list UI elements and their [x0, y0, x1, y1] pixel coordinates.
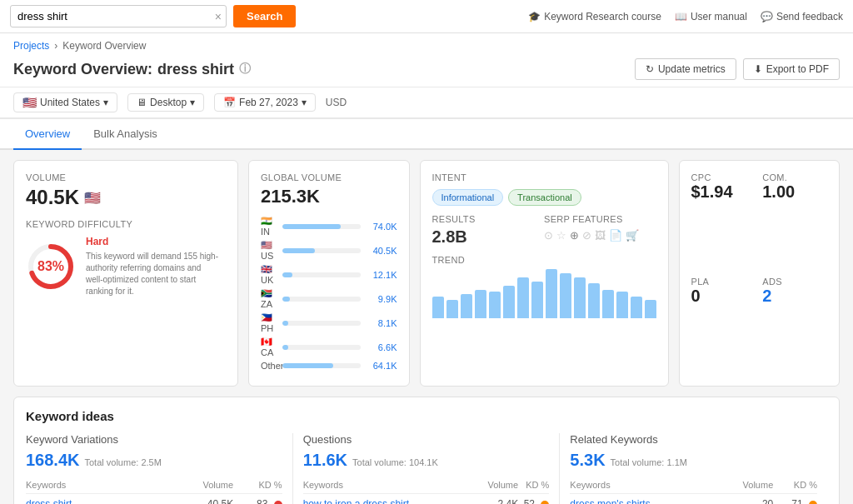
questions-table: Keywords Volume KD % how to iron a dress… [303, 477, 550, 504]
country-value: 12.1K [366, 270, 397, 280]
country-flag: 🇺🇸 [22, 96, 37, 109]
serp-section: SERP Features ⊙ ☆ ⊕ ⊘ 🖼 📄 🛒 [544, 214, 656, 247]
variations-col-volume: Volume [175, 477, 233, 494]
related-col-keywords: Keywords [570, 477, 721, 494]
trend-bar [645, 300, 656, 318]
trend-bar [517, 277, 529, 318]
trend-bar [588, 283, 600, 318]
tab-bulk-analysis[interactable]: Bulk Analysis [82, 119, 169, 150]
serp-icons: ⊙ ☆ ⊕ ⊘ 🖼 📄 🛒 [544, 229, 656, 242]
intent-trend-card: Intent Informational Transactional Resul… [420, 160, 669, 387]
kd-level: Hard [86, 236, 219, 247]
variations-col-keywords: Keywords [26, 477, 175, 494]
variations-col: Keyword Variations 168.4K Total volume: … [26, 433, 293, 504]
cpc-metric: CPC $1.94 [691, 172, 756, 270]
trend-label: Trend [432, 255, 656, 265]
keyword-cell: how to iron a dress shirt [303, 494, 481, 505]
search-button[interactable]: Search [233, 5, 296, 27]
serp-icon-4: ⊘ [582, 229, 591, 242]
country-value: 40.5K [366, 246, 397, 256]
ads-value: 2 [762, 287, 827, 306]
keyword-link[interactable]: dress shirt [26, 498, 72, 504]
country-bar-wrap [282, 363, 361, 368]
breadcrumb-projects[interactable]: Projects [13, 40, 49, 52]
volume-cell: 2.4K [481, 494, 518, 505]
serp-icon-2: ☆ [556, 229, 566, 242]
keyword-research-link[interactable]: 🎓 Keyword Research course [528, 11, 661, 22]
country-bar-wrap [282, 345, 361, 350]
results-section: Results 2.8B [432, 214, 545, 247]
send-feedback-link[interactable]: 💬 Send feedback [761, 11, 843, 22]
currency-label: USD [326, 97, 347, 108]
country-bar [282, 345, 288, 350]
country-code: 🇬🇧 UK [261, 264, 277, 285]
trend-bar [560, 273, 571, 318]
device-filter[interactable]: 🖥 Desktop ▾ [127, 93, 204, 112]
questions-col-volume: Volume [481, 477, 518, 494]
related-col: Related Keywords 5.3K Total volume: 1.1M… [560, 433, 827, 504]
country-code: 🇿🇦 ZA [261, 288, 277, 309]
country-value: 74.0K [366, 222, 397, 232]
filters-bar: 🇺🇸 United States ▾ 🖥 Desktop ▾ 📅 Feb 27,… [0, 87, 853, 118]
related-header: Related Keywords [570, 433, 817, 446]
table-row: how to iron a dress shirt 2.4K 52 [303, 494, 550, 505]
com-label: Com. [762, 172, 827, 182]
variations-table: Keywords Volume KD % dress shirt 40.5K 8… [26, 477, 282, 504]
metrics-row: Volume 40.5K 🇺🇸 Keyword Difficulty 83% [13, 160, 840, 387]
tabs-bar: Overview Bulk Analysis [0, 119, 853, 150]
questions-count: 11.6K [303, 451, 347, 470]
trend-section: Trend [432, 255, 656, 318]
country-row: 🇺🇸 US 40.5K [261, 240, 397, 261]
kd-dot [809, 501, 817, 504]
search-wrap: × [10, 5, 227, 27]
tab-overview[interactable]: Overview [13, 119, 82, 150]
country-code: Other [261, 361, 277, 371]
country-bar-wrap [282, 297, 361, 302]
com-value: 1.00 [762, 182, 827, 202]
desktop-icon: 🖥 [137, 97, 147, 108]
date-filter[interactable]: 📅 Feb 27, 2023 ▾ [214, 93, 316, 112]
table-row: dress shirt 40.5K 83 [26, 494, 282, 505]
country-bar [282, 272, 292, 277]
kd-circle: 83% [26, 242, 76, 292]
related-title: Related Keywords [570, 433, 658, 446]
kd-description: This keyword will demand 155 high-author… [86, 251, 219, 297]
trend-bar [503, 286, 515, 318]
clear-button[interactable]: × [215, 11, 222, 22]
kd-label: Keyword Difficulty [26, 219, 226, 229]
keyword-link[interactable]: how to iron a dress shirt [303, 498, 409, 504]
country-code: 🇵🇭 PH [261, 312, 277, 333]
country-code: 🇺🇸 US [261, 240, 277, 261]
country-filter[interactable]: 🇺🇸 United States ▾ [13, 92, 117, 112]
breadcrumb-current: Keyword Overview [62, 40, 146, 52]
title-prefix: Keyword Overview: [13, 61, 152, 78]
global-volume-label: Global Volume [261, 172, 397, 182]
related-col-volume: Volume [721, 477, 773, 494]
export-pdf-button[interactable]: ⬇ Export to PDF [743, 58, 840, 80]
country-row: 🇵🇭 PH 8.1K [261, 312, 397, 333]
related-total: Total volume: 1.1M [611, 457, 687, 467]
country-bar [282, 224, 341, 229]
user-manual-link[interactable]: 📖 User manual [675, 11, 747, 22]
related-table: Keywords Volume KD % dress men's shirts … [570, 477, 817, 504]
pla-metric: PLA 0 [691, 277, 756, 374]
country-value: 8.1K [366, 318, 397, 328]
keyword-link[interactable]: dress men's shirts [570, 498, 650, 504]
trend-bar [602, 290, 614, 318]
trend-bars [432, 268, 656, 318]
variations-total: Total volume: 2.5M [85, 457, 162, 467]
keyword-ideas-title: Keyword ideas [26, 409, 827, 423]
related-count: 5.3K [570, 451, 605, 470]
calendar-icon: 📅 [223, 97, 236, 108]
update-metrics-button[interactable]: ↻ Update metrics [635, 58, 736, 80]
info-icon[interactable]: ⓘ [239, 62, 251, 77]
book-icon: 📖 [675, 11, 687, 22]
device-label: Desktop [150, 97, 187, 108]
country-value: 6.6K [366, 342, 397, 352]
trend-bar [531, 282, 543, 318]
kd-info: Hard This keyword will demand 155 high-a… [86, 236, 219, 297]
search-input[interactable] [10, 5, 227, 27]
ads-label: Ads [762, 277, 827, 287]
country-bar-wrap [282, 321, 361, 326]
trend-bar [546, 269, 557, 318]
